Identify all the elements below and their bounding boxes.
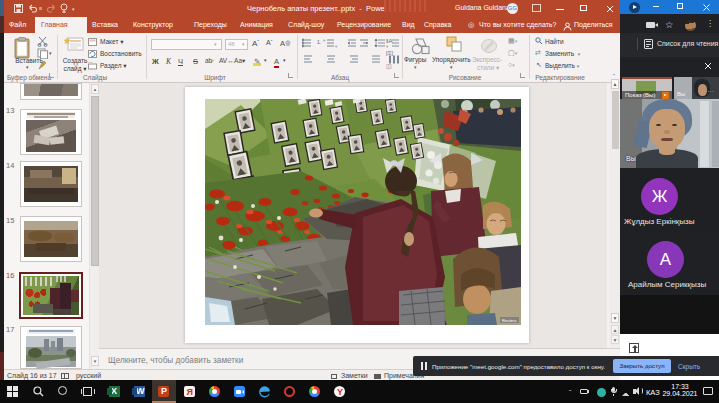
svg-text:▾: ▾ — [386, 44, 389, 49]
svg-text:Reuters: Reuters — [502, 318, 517, 323]
svg-text:▾: ▾ — [335, 44, 338, 49]
svg-text:1.: 1. — [317, 39, 321, 45]
svg-text:▾: ▾ — [323, 38, 326, 43]
